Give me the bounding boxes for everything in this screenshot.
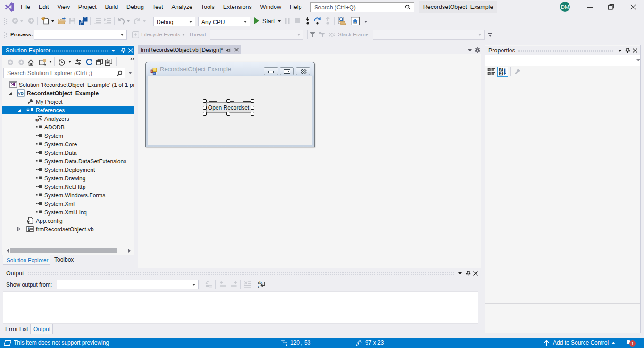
svg-text:c: c (258, 284, 259, 289)
svg-text:VB: VB (18, 91, 24, 96)
svg-text:A: A (500, 68, 502, 71)
svg-text:Z: Z (500, 72, 502, 75)
